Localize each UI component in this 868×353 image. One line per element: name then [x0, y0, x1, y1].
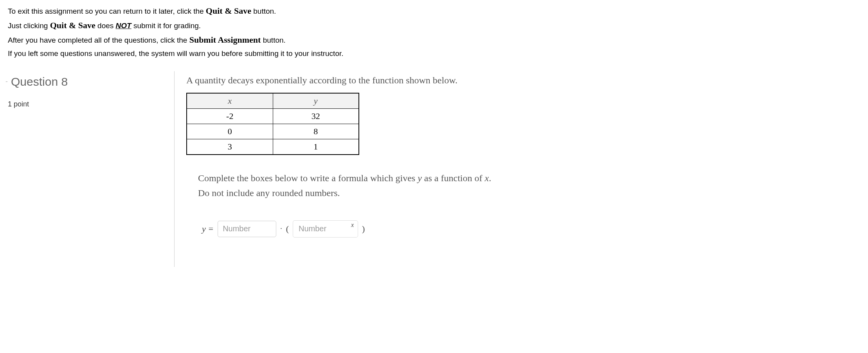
instruction-line-4: If you left some questions unanswered, t… [8, 48, 860, 59]
instructions-block: To exit this assignment so you can retur… [8, 4, 860, 59]
question-content: A quantity decays exponentially accordin… [186, 71, 860, 267]
text: does [95, 22, 116, 30]
quit-save-label: Quit & Save [206, 6, 251, 16]
submit-assignment-label: Submit Assignment [189, 35, 261, 45]
collapse-icon[interactable]: - [5, 77, 8, 86]
main-area: - Question 8 1 point A quantity decays e… [8, 71, 860, 267]
cell-y: 32 [273, 108, 359, 124]
base-exponent-group: x [293, 220, 358, 238]
formula-row: y = · ( x ) [202, 220, 860, 238]
formula-instructions: Complete the boxes below to write a form… [198, 171, 860, 201]
var-x: x [484, 173, 489, 183]
text: button. [251, 7, 276, 15]
table-row: -2 32 [187, 108, 359, 124]
question-title-row: - Question 8 [8, 75, 174, 88]
instruction-line-2: Just clicking Quit & Save does NOT submi… [8, 18, 860, 32]
data-table: x y -2 32 0 8 3 1 [186, 93, 359, 155]
table-row: 0 8 [187, 124, 359, 139]
coefficient-input[interactable] [218, 221, 276, 237]
col-header-x: x [187, 93, 273, 109]
question-points: 1 point [8, 100, 174, 108]
instruction-line-3: After you have completed all of the ques… [8, 33, 860, 47]
text: Just clicking [8, 22, 50, 30]
y-equals: y = [202, 224, 214, 234]
text: as a function of [422, 173, 485, 183]
multiply-dot: · [280, 225, 282, 233]
var-y: y [418, 173, 422, 183]
right-paren: ) [362, 224, 365, 234]
vertical-divider [174, 71, 175, 267]
text: To exit this assignment so you can retur… [8, 7, 206, 15]
instruction-text-2: Do not include any rounded numbers. [198, 186, 860, 200]
exponent-x: x [351, 222, 354, 229]
left-paren: ( [286, 224, 289, 234]
text: button. [261, 36, 285, 44]
question-sidebar: - Question 8 1 point [8, 71, 174, 267]
cell-y: 1 [273, 139, 359, 155]
quit-save-label: Quit & Save [50, 20, 95, 30]
instruction-line-1: To exit this assignment so you can retur… [8, 4, 860, 18]
base-input[interactable] [297, 222, 348, 236]
col-header-y: y [273, 93, 359, 109]
not-emphasis: NOT [116, 22, 131, 30]
table-row: 3 1 [187, 139, 359, 155]
text: After you have completed all of the ques… [8, 36, 189, 44]
cell-y: 8 [273, 124, 359, 139]
cell-x: 3 [187, 139, 273, 155]
question-prompt: A quantity decays exponentially accordin… [186, 75, 860, 86]
instruction-text-1: Complete the boxes below to write a form… [198, 171, 860, 186]
text: . [489, 173, 491, 183]
question-title: Question 8 [11, 75, 68, 88]
cell-x: -2 [187, 108, 273, 124]
text: submit it for grading. [131, 22, 201, 30]
text: Complete the boxes below to write a form… [198, 173, 418, 183]
cell-x: 0 [187, 124, 273, 139]
